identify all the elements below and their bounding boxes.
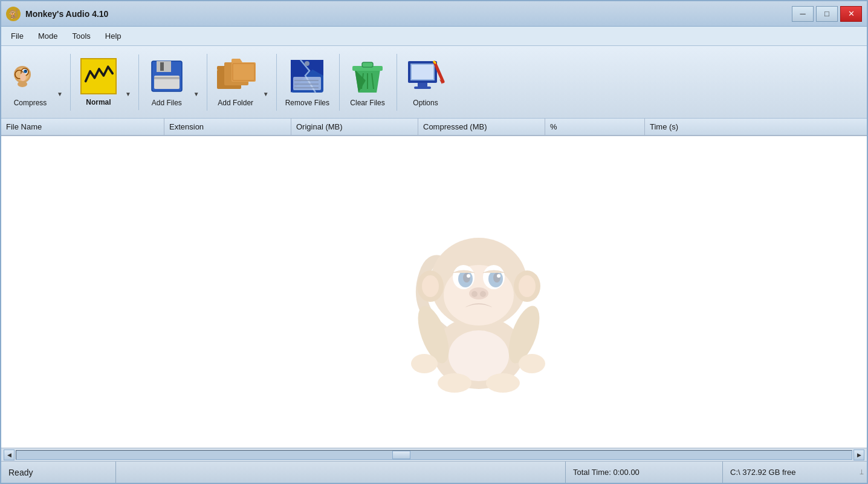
file-list-container: File Name Extension Original (MB) Compre… [1,119,867,448]
svg-point-43 [433,316,524,389]
svg-rect-30 [362,62,373,67]
clear-files-button[interactable]: Clear Files [343,54,392,111]
svg-rect-37 [412,65,433,79]
remove-files-button[interactable]: Remove Files [280,54,334,111]
normal-group: Normal ▼ [74,54,139,110]
col-header-percent[interactable]: % [545,119,645,135]
status-total-time-text: Total Time: 0:00.00 [573,468,640,477]
options-label: Options [413,99,438,107]
add-folder-dropdown[interactable]: ▼ [261,63,271,101]
svg-rect-42 [414,87,431,89]
svg-point-3 [24,70,27,73]
app-icon: 🐒 [6,7,21,21]
remove-files-icon [288,57,326,95]
add-files-button[interactable]: Add Files [143,54,191,111]
status-ready: Ready [1,462,116,483]
compress-label: Compress [14,99,47,107]
svg-point-61 [463,273,470,283]
add-folder-group: Add Folder ▼ [211,54,277,111]
add-files-label: Add Files [152,99,182,107]
svg-point-57 [453,265,474,289]
scroll-thumb[interactable] [392,451,410,459]
scroll-track[interactable] [16,450,852,460]
col-header-extension[interactable]: Extension [164,119,291,135]
maximize-button[interactable]: □ [816,6,838,22]
status-total-time: Total Time: 0:00.00 [566,462,723,483]
add-folder-label: Add Folder [218,99,253,107]
menu-bar: File Mode Tools Help [1,27,867,46]
scrollbar-container: ◀ ▶ [1,448,867,461]
col-header-compressed[interactable]: Compressed (MB) [418,119,545,135]
normal-dropdown[interactable]: ▼ [123,63,134,101]
svg-point-64 [497,274,500,278]
toolbar: Compress ▼ Normal ▼ [1,46,867,119]
close-button[interactable]: ✕ [840,6,862,22]
window-controls: ─ □ ✕ [792,6,862,22]
add-files-dropdown-arrow: ▼ [193,91,199,97]
svg-point-44 [449,330,509,381]
add-files-icon [148,57,186,95]
normal-icon [80,58,117,94]
file-list-body [1,136,867,448]
svg-point-48 [519,354,545,373]
options-button[interactable]: Options [401,54,450,111]
options-group: Options [401,54,455,111]
status-disk-space: C:\ 372.92 GB free [723,462,856,483]
col-header-original[interactable]: Original (MB) [291,119,418,135]
compress-button[interactable]: Compress [6,54,54,111]
add-folder-dropdown-arrow: ▼ [263,91,269,97]
svg-point-60 [488,270,503,287]
clear-files-label: Clear Files [350,99,384,107]
svg-point-49 [438,373,471,393]
menu-mode[interactable]: Mode [31,29,65,43]
svg-point-66 [471,291,478,297]
remove-files-group: Remove Files [280,54,340,111]
svg-point-50 [486,373,520,393]
scroll-left-button[interactable]: ◀ [4,450,15,460]
svg-point-51 [430,238,527,329]
remove-files-label: Remove Files [285,99,329,107]
normal-button[interactable]: Normal [74,54,123,110]
normal-label: Normal [86,98,111,106]
resize-grip[interactable]: ⟘ [856,462,867,483]
add-files-dropdown[interactable]: ▼ [191,63,202,101]
svg-point-55 [519,275,536,297]
svg-point-47 [411,354,438,373]
title-bar: 🐒 Monkey's Audio 4.10 ─ □ ✕ [1,1,867,27]
add-files-group: Add Files ▼ [143,54,207,111]
compress-group: Compress ▼ [6,54,71,111]
svg-point-52 [417,270,444,302]
svg-rect-15 [154,77,180,79]
col-header-filename[interactable]: File Name [1,119,164,135]
minimize-button[interactable]: ─ [792,6,814,22]
svg-point-58 [483,265,505,289]
svg-rect-14 [160,62,164,71]
menu-file[interactable]: File [4,29,31,43]
status-ready-text: Ready [8,468,33,477]
svg-point-63 [467,274,470,278]
clear-files-group: Clear Files [343,54,397,111]
monkey-watermark [376,189,569,395]
svg-point-62 [493,273,500,283]
options-icon [406,57,445,95]
clear-files-icon [349,57,386,95]
svg-point-46 [502,302,546,367]
svg-rect-18 [232,62,256,82]
compress-dropdown[interactable]: ▼ [54,63,65,101]
svg-point-8 [20,73,26,81]
svg-point-56 [444,265,514,325]
menu-tools[interactable]: Tools [65,29,97,43]
status-message [116,462,566,483]
scroll-right-button[interactable]: ▶ [853,450,864,460]
status-bar: Ready Total Time: 0:00.00 C:\ 372.92 GB … [1,461,867,483]
main-window: 🐒 Monkey's Audio 4.10 ─ □ ✕ File Mode To… [0,0,868,484]
svg-point-45 [412,302,455,367]
add-folder-icon [216,57,256,95]
add-folder-button[interactable]: Add Folder [211,54,261,111]
menu-help[interactable]: Help [98,29,129,43]
col-header-time[interactable]: Time (s) [645,119,867,135]
status-disk-space-text: C:\ 372.92 GB free [730,468,795,477]
svg-point-68 [461,304,497,322]
svg-point-67 [480,291,486,297]
svg-point-9 [18,81,27,87]
